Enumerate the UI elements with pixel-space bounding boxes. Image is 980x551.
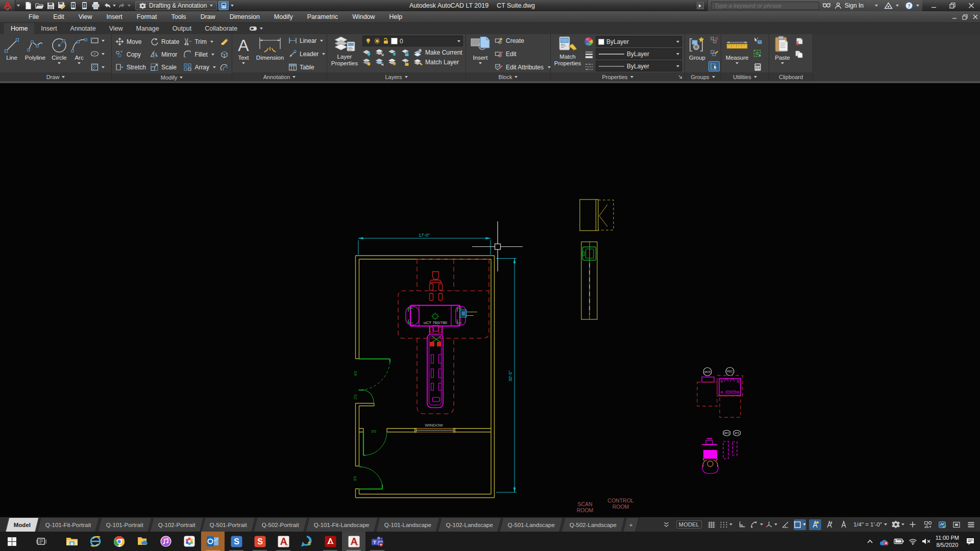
app-menu-caret[interactable]	[17, 5, 20, 7]
signin-caret[interactable]	[875, 5, 878, 7]
ungroup-button[interactable]	[710, 36, 719, 45]
polyline-button[interactable]: Polyline	[22, 35, 48, 72]
text-button[interactable]: A Text	[234, 35, 253, 72]
start-button[interactable]	[0, 532, 23, 551]
snagit-red-icon[interactable]: S	[248, 532, 272, 551]
layout-tab-q502-portrait[interactable]: Q-502-Portrait	[254, 517, 308, 532]
linear-dimension-button[interactable]: Linear	[288, 36, 325, 45]
power-tray-icon[interactable]	[894, 538, 904, 544]
doc-restore-button[interactable]	[962, 14, 968, 20]
grid-toggle[interactable]	[705, 519, 718, 530]
isometric-drafting-toggle[interactable]	[765, 519, 777, 530]
clean-screen-button[interactable]	[950, 519, 963, 530]
group-button[interactable]: Group	[687, 35, 707, 72]
window-close-button[interactable]	[964, 0, 979, 11]
layout-tab-q101-portrait[interactable]: Q-101-Portrait	[97, 517, 152, 532]
graphics-performance-button[interactable]	[936, 519, 948, 530]
status-expand-chevron[interactable]	[660, 519, 673, 530]
line-button[interactable]: Line	[2, 35, 22, 72]
arc-button[interactable]: Arc	[70, 35, 88, 72]
layer-freeze-icon[interactable]	[388, 48, 397, 57]
rotate-button[interactable]: Rotate	[150, 37, 179, 46]
drawing-canvas[interactable]: WINDOW 4'0 2'0 3'0 3'0	[0, 83, 980, 517]
layout-tab-q501-portrait[interactable]: Q-501-Portrait	[202, 517, 256, 532]
layer-select-dropdown[interactable]: 0	[362, 36, 463, 46]
panel-label-draw[interactable]: Draw	[46, 74, 60, 80]
circle-button[interactable]: Circle	[48, 35, 70, 72]
search-icon[interactable]	[822, 3, 831, 9]
quick-select-button[interactable]	[753, 36, 762, 45]
move-button[interactable]: Move	[115, 37, 146, 46]
panel-label-groups[interactable]: Groups	[691, 74, 709, 80]
layer-off-icon[interactable]	[362, 48, 372, 57]
layer-unlock-icon[interactable]	[401, 58, 410, 66]
linetype-icon[interactable]	[584, 63, 594, 71]
edit-attributes-button[interactable]: Edit Attributes	[495, 63, 551, 71]
menu-window[interactable]: Window	[345, 11, 382, 22]
layer-on-icon[interactable]	[362, 58, 372, 66]
menu-edit[interactable]: Edit	[46, 11, 71, 22]
hatch-button[interactable]	[90, 63, 105, 71]
stretch-button[interactable]: Stretch	[115, 63, 146, 71]
redo-button[interactable]	[116, 1, 127, 11]
panel-label-clipboard[interactable]: Clipboard	[779, 74, 803, 80]
doc-close-button[interactable]	[973, 14, 978, 19]
undo-caret[interactable]	[113, 5, 116, 7]
snagit-blue-icon[interactable]: S	[225, 532, 248, 551]
workspace-switcher[interactable]: Drafting & Annotation	[135, 1, 217, 10]
layout-tab-q102-landscape[interactable]: Q-102-Landscape	[437, 517, 501, 532]
panel-label-properties[interactable]: Properties	[602, 74, 627, 80]
menu-draw[interactable]: Draw	[193, 11, 223, 22]
taskbar-clock[interactable]: 11:00 PM 8/5/2020	[936, 534, 959, 549]
qat-customize-caret[interactable]	[231, 5, 234, 7]
search-input[interactable]	[711, 2, 819, 10]
onedrive-tray-icon[interactable]	[878, 537, 889, 545]
snap-toggle[interactable]	[720, 519, 732, 530]
panel-label-layers[interactable]: Layers	[385, 74, 402, 80]
menu-file[interactable]: File	[21, 11, 46, 22]
offset-button[interactable]	[220, 64, 229, 72]
id-point-button[interactable]	[752, 49, 763, 59]
layout-tab-q101-landscape[interactable]: Q-101-Landscape	[376, 517, 439, 532]
photos-icon[interactable]	[178, 532, 201, 551]
annotation-monitor-button[interactable]	[906, 519, 919, 530]
autodesk-360-icon[interactable]	[884, 2, 893, 9]
layer-lock-icon[interactable]	[401, 48, 410, 57]
layout-tab-q502-landscape[interactable]: Q-502-Landscape	[561, 517, 625, 532]
save-as-button[interactable]	[57, 1, 67, 11]
annotation-autoscale-toggle[interactable]	[823, 519, 836, 530]
task-view-button[interactable]	[30, 532, 53, 551]
menu-insert[interactable]: Insert	[100, 11, 130, 22]
new-layout-button[interactable]: +	[623, 517, 640, 532]
annotation-visibility-toggle[interactable]	[809, 519, 821, 530]
qat-drawing-utility-button[interactable]	[218, 1, 229, 10]
save-to-web-mobile-button[interactable]	[79, 1, 90, 11]
layer-isolate-icon[interactable]	[375, 48, 384, 57]
panel-label-block[interactable]: Block	[499, 74, 512, 80]
object-snap-tracking-toggle[interactable]	[779, 519, 792, 530]
autocad-taskbar-icon[interactable]: LT	[272, 532, 295, 551]
layout-tab-q101-fit-landscape[interactable]: Q-101-Fit-Landscape	[306, 517, 378, 532]
ribbon-tab-output[interactable]: Output	[166, 23, 199, 34]
action-center-icon[interactable]	[966, 537, 975, 545]
match-properties-button[interactable]: Match Properties	[553, 35, 582, 72]
copy-button[interactable]: OO Copy	[115, 50, 146, 59]
annotation-scale-value[interactable]: 1/4" = 1'-0"	[851, 521, 890, 528]
autocad-app-icon[interactable]: LT	[0, 0, 15, 11]
lineweight-dropdown[interactable]: ByLayer	[596, 48, 682, 59]
teams-icon[interactable]: T	[365, 532, 389, 551]
tray-expand-chevron[interactable]	[867, 539, 873, 544]
model-space-button[interactable]: MODEL	[676, 520, 702, 529]
menu-format[interactable]: Format	[130, 11, 164, 22]
doc-minimize-button[interactable]	[952, 14, 957, 19]
volume-muted-tray-icon[interactable]	[922, 538, 931, 545]
isolate-objects-button[interactable]	[922, 519, 934, 530]
ribbon-tab-home[interactable]: Home	[4, 23, 34, 34]
acrobat-icon[interactable]	[318, 532, 342, 551]
make-current-button[interactable]: Make Current	[413, 48, 462, 57]
customization-menu-button[interactable]	[965, 519, 977, 530]
window-restore-button[interactable]	[945, 0, 960, 11]
group-selection-toggle[interactable]	[708, 61, 720, 71]
paste-button[interactable]: Paste	[772, 35, 793, 72]
rectangle-button[interactable]	[90, 36, 105, 45]
